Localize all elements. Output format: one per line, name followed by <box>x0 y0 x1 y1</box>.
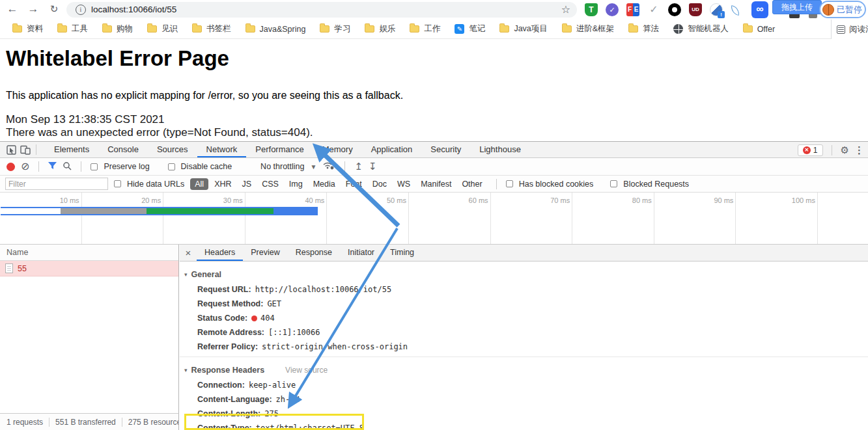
hide-data-urls-label[interactable]: Hide data URLs <box>127 180 184 189</box>
black-ring-extension-icon[interactable] <box>668 3 681 16</box>
resource-type-filter[interactable]: Img <box>285 178 307 190</box>
resource-type-filter[interactable]: Font <box>341 178 367 190</box>
more-options-icon[interactable] <box>854 144 864 156</box>
preserve-log-label[interactable]: Preserve log <box>104 162 149 171</box>
devtools-tab[interactable]: Sources <box>148 142 197 157</box>
inspect-element-icon[interactable] <box>4 143 18 156</box>
devtools-tab[interactable]: Performance <box>246 142 313 157</box>
resource-type-filter[interactable]: Other <box>457 178 486 190</box>
divider <box>344 161 345 172</box>
request-detail-tab-label: Response <box>296 248 332 257</box>
devtools-tab[interactable]: Application <box>362 142 422 157</box>
request-detail-tab[interactable]: Preview <box>243 245 287 261</box>
forward-icon[interactable] <box>25 1 42 18</box>
resource-type-filter[interactable]: XHR <box>210 178 236 190</box>
throttling-select[interactable]: No throttling <box>260 162 304 171</box>
response-headers-section-header[interactable]: Response Headers View source <box>180 362 868 378</box>
network-overview-timeline[interactable]: 10 ms 20 ms 30 ms 40 ms 50 ms 60 ms 70 m… <box>0 193 868 245</box>
request-detail-tab[interactable]: Response <box>288 245 340 261</box>
browser-toolbar: localhost:10066/iot/55 拖拽上传 已暂停 <box>0 0 868 20</box>
paused-button[interactable]: 已暂停 <box>819 1 866 18</box>
bookmark-item[interactable]: 工具 <box>50 21 95 37</box>
feather-extension-icon[interactable] <box>730 5 740 16</box>
clear-icon[interactable] <box>21 161 29 172</box>
general-section-header[interactable]: General <box>180 267 868 282</box>
close-icon[interactable] <box>180 247 197 258</box>
bookmark-item[interactable]: 娱乐 <box>357 21 402 37</box>
resource-type-filter[interactable]: Manifest <box>416 178 456 190</box>
has-blocked-cookies-label[interactable]: Has blocked cookies <box>519 180 594 189</box>
bookmark-star-icon[interactable] <box>561 2 570 18</box>
hide-data-urls-checkbox[interactable] <box>114 180 121 187</box>
bookmark-item[interactable]: 笔记 <box>447 21 492 37</box>
record-icon[interactable] <box>7 163 15 171</box>
view-source-link[interactable]: View source <box>285 366 328 375</box>
devtools-tab[interactable]: Lighthouse <box>470 142 530 157</box>
header-name: Request URL: <box>197 285 251 294</box>
chevron-down-icon[interactable] <box>311 163 317 170</box>
bookmark-item[interactable]: 资料 <box>5 21 50 37</box>
timeline-tick: 60 ms <box>409 193 491 244</box>
bookmark-item[interactable]: 进阶&框架 <box>555 21 621 37</box>
bookmark-item[interactable]: 算法 <box>621 21 666 37</box>
tampermonkey-icon[interactable] <box>585 3 598 16</box>
export-har-icon[interactable] <box>369 161 377 172</box>
resource-type-filter[interactable]: CSS <box>257 178 283 190</box>
disable-cache-label[interactable]: Disable cache <box>181 162 232 171</box>
bookmark-item[interactable]: Java项目 <box>492 21 554 37</box>
request-detail-tab[interactable]: Headers <box>197 245 243 261</box>
bookmark-item[interactable]: 购物 <box>95 21 140 37</box>
error-description: This application has no explicit mapping… <box>6 90 403 101</box>
bookmark-item[interactable]: 智能机器人 <box>666 21 736 37</box>
ublock-extension-icon[interactable] <box>689 3 702 16</box>
back-icon[interactable] <box>4 1 21 18</box>
disable-cache-checkbox[interactable] <box>168 163 175 170</box>
device-toolbar-icon[interactable] <box>18 143 33 156</box>
devtools-tab[interactable]: Elements <box>45 142 98 157</box>
resource-type-filter[interactable]: All <box>190 178 208 190</box>
search-icon[interactable] <box>63 161 72 172</box>
request-detail-tab[interactable]: Initiator <box>340 245 382 261</box>
reload-icon[interactable] <box>46 1 63 18</box>
bookmark-item[interactable]: 见识 <box>140 21 185 37</box>
request-row[interactable]: 55 <box>0 261 178 276</box>
error-status-line: There was an unexpected error (type=Not … <box>6 126 313 139</box>
status-dot-icon <box>251 316 257 321</box>
eagle-extension-icon[interactable] <box>710 3 723 16</box>
bookmark-item[interactable]: Java&Spring <box>238 21 313 37</box>
devtools-tab[interactable]: Memory <box>313 142 362 157</box>
resource-type-filter[interactable]: WS <box>393 178 415 190</box>
has-blocked-cookies-checkbox[interactable] <box>506 180 513 187</box>
url-text[interactable]: localhost:10066/iot/55 <box>91 2 176 18</box>
bookmark-item[interactable]: 学习 <box>313 21 357 37</box>
address-bar[interactable]: localhost:10066/iot/55 <box>66 2 577 18</box>
import-har-icon[interactable] <box>354 161 363 172</box>
network-conditions-icon[interactable] <box>322 161 335 172</box>
purple-check-extension-icon[interactable] <box>606 3 619 16</box>
blocked-requests-label[interactable]: Blocked Requests <box>623 180 689 189</box>
bookmark-item[interactable]: Offer <box>736 21 783 37</box>
gray-check-extension-icon[interactable] <box>647 3 660 16</box>
blocked-requests-checkbox[interactable] <box>610 180 617 187</box>
reading-list-button[interactable]: 阅读清单 <box>831 20 868 39</box>
fe-extension-icon[interactable] <box>626 3 639 16</box>
devtools-tab[interactable]: Console <box>98 142 148 157</box>
filter-input[interactable] <box>5 178 108 190</box>
preserve-log-checkbox[interactable] <box>91 163 98 170</box>
name-column-header[interactable]: Name <box>0 245 178 261</box>
filter-funnel-icon[interactable] <box>48 161 57 172</box>
bookmark-item[interactable]: 工作 <box>402 21 447 37</box>
error-count-badge[interactable]: 1 <box>798 144 823 156</box>
resource-type-filter[interactable]: Doc <box>368 178 391 190</box>
resource-type-filter[interactable]: JS <box>238 178 257 190</box>
resource-type-filter[interactable]: Media <box>309 178 340 190</box>
settings-gear-icon[interactable] <box>841 144 849 156</box>
infinity-extension-icon[interactable] <box>751 1 768 18</box>
bookmark-item[interactable]: 书签栏 <box>185 21 238 37</box>
devtools-tab-label: Network <box>206 144 238 154</box>
page-info-icon[interactable] <box>76 5 86 15</box>
request-detail-tab[interactable]: Timing <box>382 245 422 261</box>
header-name: Content-Language: <box>197 395 272 404</box>
devtools-tab[interactable]: Network <box>197 142 247 157</box>
devtools-tab[interactable]: Security <box>421 142 470 157</box>
